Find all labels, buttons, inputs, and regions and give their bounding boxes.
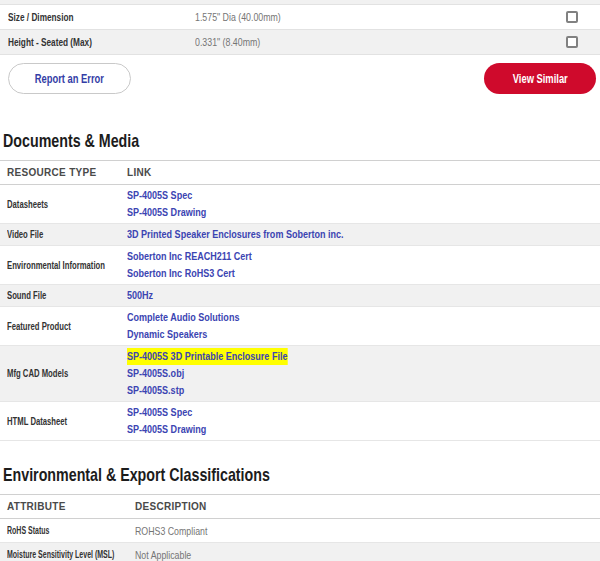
classifications-table: ATTRIBUTE DESCRIPTION RoHS Status ROHS3 … bbox=[0, 494, 600, 561]
action-buttons: Report an Error View Similar bbox=[0, 55, 600, 94]
column-header-description: DESCRIPTION bbox=[128, 495, 600, 519]
documents-media-table: RESOURCE TYPE LINK Datasheets SP-4005S S… bbox=[0, 160, 600, 441]
table-row-featured-product: Featured Product Complete Audio Solution… bbox=[0, 307, 600, 346]
report-error-button[interactable]: Report an Error bbox=[8, 63, 131, 94]
table-row-mfg-cad-models: Mfg CAD Models SP-4005S 3D Printable Enc… bbox=[0, 346, 600, 402]
table-row-moisture-sensitivity: Moisture Sensitivity Level (MSL) Not App… bbox=[0, 543, 600, 561]
html-datasheet-drawing-link[interactable]: SP-4005S Drawing bbox=[127, 421, 593, 438]
video-file-link[interactable]: 3D Printed Speaker Enclosures from Sober… bbox=[127, 226, 593, 243]
column-header-resource-type: RESOURCE TYPE bbox=[0, 161, 120, 185]
resource-type-label: Environmental Information bbox=[0, 246, 120, 285]
attribute-label: Moisture Sensitivity Level (MSL) bbox=[0, 543, 128, 561]
resource-type-label: Featured Product bbox=[0, 307, 120, 346]
rohs-cert-link[interactable]: Soberton Inc RoHS3 Cert bbox=[127, 265, 593, 282]
cad-stp-file-link[interactable]: SP-4005S.stp bbox=[127, 382, 593, 399]
attribute-description: Not Applicable bbox=[128, 543, 600, 561]
compare-checkbox[interactable] bbox=[566, 11, 578, 23]
table-row-video-file: Video File 3D Printed Speaker Enclosures… bbox=[0, 224, 600, 246]
column-header-attribute: ATTRIBUTE bbox=[0, 495, 128, 519]
product-detail-page: Size / Dimension 1.575" Dia (40.00mm) He… bbox=[0, 0, 600, 561]
table-row-rohs-status: RoHS Status ROHS3 Compliant bbox=[0, 519, 600, 543]
spec-label: Height - Seated (Max) bbox=[8, 36, 195, 48]
spec-label: Size / Dimension bbox=[8, 11, 195, 23]
resource-type-label: Mfg CAD Models bbox=[0, 346, 120, 402]
resource-type-label: Sound File bbox=[0, 285, 120, 307]
cad-obj-file-link[interactable]: SP-4005S.obj bbox=[127, 365, 593, 382]
cad-enclosure-file-link-highlighted[interactable]: SP-4005S 3D Printable Enclosure File bbox=[127, 348, 593, 365]
sound-file-link[interactable]: 500Hz bbox=[127, 287, 593, 304]
table-row-sound-file: Sound File 500Hz bbox=[0, 285, 600, 307]
table-row-environmental-information: Environmental Information Soberton Inc R… bbox=[0, 246, 600, 285]
view-similar-button[interactable]: View Similar bbox=[484, 63, 596, 94]
column-header-link: LINK bbox=[120, 161, 600, 185]
featured-product-link[interactable]: Dynamic Speakers bbox=[127, 326, 593, 343]
table-row-html-datasheet: HTML Datasheet SP-4005S Spec SP-4005S Dr… bbox=[0, 402, 600, 441]
spec-value: 0.331" (8.40mm) bbox=[195, 36, 566, 48]
spec-row-height-seated: Height - Seated (Max) 0.331" (8.40mm) bbox=[0, 30, 600, 55]
compare-checkbox[interactable] bbox=[566, 36, 578, 48]
attribute-description: ROHS3 Compliant bbox=[128, 519, 600, 543]
resource-type-label: HTML Datasheet bbox=[0, 402, 120, 441]
table-row-datasheets: Datasheets SP-4005S Spec SP-4005S Drawin… bbox=[0, 185, 600, 224]
documents-media-heading: Documents & Media bbox=[3, 130, 600, 152]
resource-type-label: Datasheets bbox=[0, 185, 120, 224]
datasheet-drawing-link[interactable]: SP-4005S Drawing bbox=[127, 204, 593, 221]
environmental-export-classifications-heading: Environmental & Export Classifications bbox=[3, 464, 600, 486]
reach-cert-link[interactable]: Soberton Inc REACH211 Cert bbox=[127, 248, 593, 265]
spec-value: 1.575" Dia (40.00mm) bbox=[195, 11, 566, 23]
attribute-label: RoHS Status bbox=[0, 519, 128, 543]
spec-row-size-dimension: Size / Dimension 1.575" Dia (40.00mm) bbox=[0, 5, 600, 30]
resource-type-label: Video File bbox=[0, 224, 120, 246]
html-datasheet-spec-link[interactable]: SP-4005S Spec bbox=[127, 404, 593, 421]
featured-product-link[interactable]: Complete Audio Solutions bbox=[127, 309, 593, 326]
datasheet-spec-link[interactable]: SP-4005S Spec bbox=[127, 187, 593, 204]
